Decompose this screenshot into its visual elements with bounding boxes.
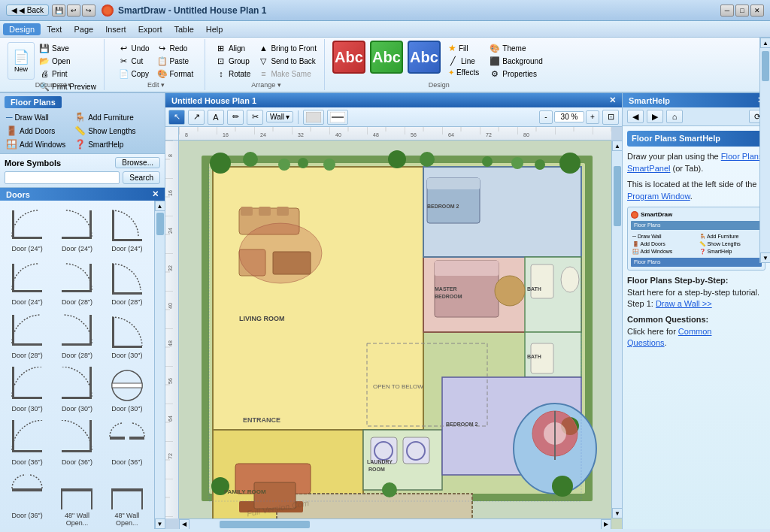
door-item[interactable]: Door (36") bbox=[3, 417, 51, 469]
menu-insert[interactable]: Insert bbox=[99, 23, 132, 35]
make-same-btn[interactable]: ≡ Make Same bbox=[255, 68, 320, 80]
door-item[interactable]: Door (36") bbox=[103, 417, 151, 469]
print-btn[interactable]: 🖨 Print bbox=[36, 68, 99, 80]
canvas-header: Untitled House Plan 1 ✕ bbox=[165, 93, 622, 107]
door-item[interactable]: 48" Wall Open... bbox=[53, 470, 101, 529]
door-item[interactable]: Door (36") bbox=[53, 417, 101, 469]
sh-home-btn[interactable]: ⌂ bbox=[666, 110, 683, 123]
color-tool[interactable] bbox=[303, 110, 324, 125]
abc-red-btn[interactable]: Abc bbox=[332, 41, 365, 74]
menu-text[interactable]: Text bbox=[41, 23, 68, 35]
canvas-close-btn[interactable]: ✕ bbox=[609, 95, 616, 105]
smarthelp-left-btn[interactable]: ❓ SmartHelp bbox=[73, 138, 137, 150]
scroll-top-btn[interactable]: ▲ bbox=[612, 141, 622, 151]
scroll-right-btn[interactable]: ▶ bbox=[601, 519, 611, 530]
new-btn[interactable]: 📄 New bbox=[8, 42, 35, 80]
wall-tool-dropdown[interactable]: Wall ▾ bbox=[266, 111, 293, 122]
search-input[interactable] bbox=[5, 171, 120, 184]
cut-btn[interactable]: ✂ Cut bbox=[116, 55, 153, 67]
close-btn[interactable]: ✕ bbox=[750, 5, 764, 17]
zoom-out-btn[interactable]: - bbox=[539, 110, 553, 124]
sh-scroll-up[interactable]: ▲ bbox=[760, 38, 770, 48]
fill-btn[interactable]: ★ Fill bbox=[445, 42, 482, 54]
select-tool[interactable]: ↖ bbox=[168, 110, 185, 125]
door-item[interactable]: Door (24") bbox=[103, 204, 151, 255]
qa-btn-3[interactable]: ↪ bbox=[82, 5, 95, 17]
add-doors-btn[interactable]: 🚪 Add Doors bbox=[5, 125, 67, 137]
menu-page[interactable]: Page bbox=[68, 23, 99, 35]
send-back-btn[interactable]: ▽ Send to Back bbox=[255, 55, 320, 67]
door-item[interactable]: Door (24") bbox=[53, 204, 101, 255]
sh-program-window-link[interactable]: Program Window bbox=[627, 192, 690, 201]
maximize-btn[interactable]: □ bbox=[735, 5, 749, 17]
scroll-thumb[interactable] bbox=[156, 213, 164, 235]
doors-close-btn[interactable]: ✕ bbox=[152, 189, 159, 199]
draw-wall-btn[interactable]: ─ Draw Wall bbox=[5, 111, 67, 123]
redo-btn[interactable]: ↪ Redo bbox=[154, 42, 197, 54]
zoom-in-btn[interactable]: + bbox=[586, 110, 599, 124]
v-scroll-thumb[interactable] bbox=[614, 166, 621, 226]
sh-scroll-thumb[interactable] bbox=[762, 51, 769, 81]
scroll-up-btn[interactable]: ▲ bbox=[155, 201, 165, 211]
text-tool[interactable]: A bbox=[208, 110, 224, 125]
door-item[interactable]: Door (28") bbox=[53, 257, 101, 309]
undo-btn[interactable]: ↩ Undo bbox=[116, 42, 153, 54]
svg-rect-4 bbox=[112, 210, 114, 240]
add-furniture-btn[interactable]: 🪑 Add Furniture bbox=[73, 111, 137, 123]
qa-btn-2[interactable]: ↩ bbox=[67, 5, 80, 17]
door-item[interactable]: Door (30") bbox=[103, 364, 151, 416]
menu-table[interactable]: Table bbox=[168, 23, 199, 35]
minimize-btn[interactable]: ─ bbox=[720, 5, 734, 17]
menu-help[interactable]: Help bbox=[200, 23, 229, 35]
nav-back-btn[interactable]: ◀ ◀ Back bbox=[6, 5, 49, 16]
qa-btn-1[interactable]: 💾 bbox=[52, 5, 65, 17]
door-item[interactable]: Door (30") bbox=[103, 310, 151, 362]
sh-forward-btn[interactable]: ▶ bbox=[647, 110, 663, 123]
rotate-btn[interactable]: ↕ Rotate bbox=[213, 68, 253, 80]
door-item[interactable]: Door (28") bbox=[3, 310, 51, 362]
bring-front-btn[interactable]: ▲ Bring to Front bbox=[255, 42, 320, 54]
pencil-tool[interactable]: ✏ bbox=[227, 110, 244, 125]
save-btn[interactable]: 💾 Save bbox=[36, 42, 99, 54]
scroll-left-btn[interactable]: ◀ bbox=[179, 519, 189, 530]
sh-location-text: This is located at the left side of the … bbox=[627, 179, 765, 202]
format-tool[interactable]: ✂ bbox=[247, 110, 263, 125]
door-item[interactable]: 48" Wall Open... bbox=[103, 470, 151, 529]
sh-draw-wall-link[interactable]: Draw a Wall >> bbox=[656, 299, 712, 308]
properties-btn[interactable]: ⚙ Properties bbox=[487, 68, 545, 80]
door-item[interactable]: Door (28") bbox=[53, 310, 101, 362]
door-item[interactable]: Door (24") bbox=[3, 204, 51, 255]
background-btn[interactable]: ⬛ Background bbox=[487, 55, 545, 67]
group-btn[interactable]: ⊡ Group bbox=[213, 55, 253, 67]
menu-design[interactable]: Design bbox=[3, 23, 41, 35]
abc-blue-btn[interactable]: Abc bbox=[408, 41, 441, 74]
show-lengths-btn[interactable]: 📏 Show Lengths bbox=[73, 125, 137, 137]
sh-scroll-down[interactable]: ▼ bbox=[760, 252, 770, 263]
scroll-bottom-btn[interactable]: ▼ bbox=[612, 508, 622, 518]
door-item[interactable]: Door (24") bbox=[3, 257, 51, 309]
format-btn[interactable]: 🎨 Format bbox=[154, 68, 197, 80]
door-item[interactable]: Door (30") bbox=[53, 364, 101, 416]
effects-btn[interactable]: ✦ Effects bbox=[445, 68, 482, 77]
search-btn[interactable]: Search bbox=[123, 171, 160, 184]
add-windows-btn[interactable]: 🪟 Add Windows bbox=[5, 138, 67, 150]
browse-btn[interactable]: Browse... bbox=[115, 157, 160, 168]
door-item[interactable]: Door (36") bbox=[3, 470, 51, 529]
menu-export[interactable]: Export bbox=[132, 23, 168, 35]
open-btn[interactable]: 📂 Open bbox=[36, 55, 99, 67]
svg-text:64: 64 bbox=[168, 416, 173, 422]
paste-btn[interactable]: 📋 Paste bbox=[154, 55, 197, 67]
door-item[interactable]: Door (28") bbox=[103, 257, 151, 309]
scroll-down-btn[interactable]: ▼ bbox=[155, 518, 165, 529]
abc-green-btn[interactable]: Abc bbox=[370, 41, 403, 74]
zoom-fit-btn[interactable]: ⊡ bbox=[602, 110, 619, 125]
line-style-tool[interactable] bbox=[327, 110, 348, 125]
line-btn[interactable]: ╱ Line bbox=[445, 55, 482, 67]
h-scroll-thumb[interactable] bbox=[220, 521, 310, 528]
theme-btn[interactable]: 🎨 Theme bbox=[487, 42, 545, 54]
sh-back-btn[interactable]: ◀ bbox=[627, 110, 644, 123]
align-btn[interactable]: ⊞ Align bbox=[213, 42, 253, 54]
pointer-tool[interactable]: ↗ bbox=[188, 110, 205, 125]
door-item[interactable]: Door (30") bbox=[3, 364, 51, 416]
copy-btn[interactable]: 📄 Copy bbox=[116, 68, 153, 80]
